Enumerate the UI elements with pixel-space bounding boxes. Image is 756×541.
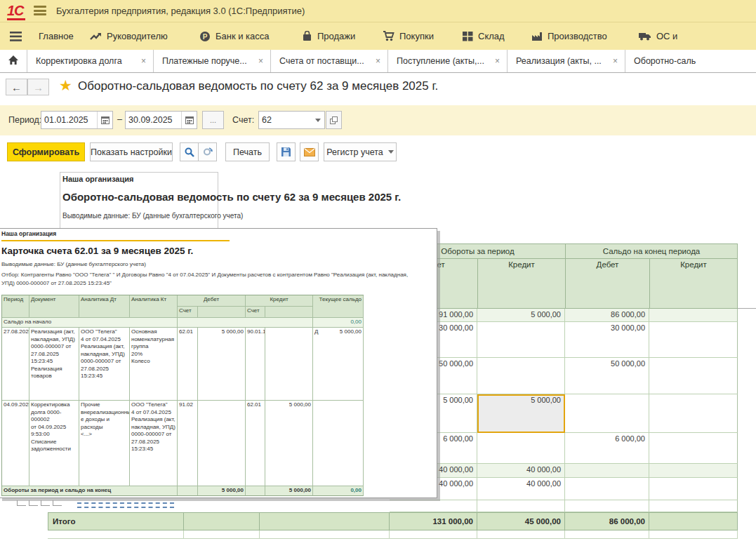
date-range-dash: – <box>117 114 122 124</box>
table-row[interactable]: 91 000,00 5 000,00 86 000,00 <box>390 309 738 322</box>
find-next-button[interactable] <box>198 142 217 161</box>
entry-debit-amount[interactable] <box>198 401 246 486</box>
tab-oborotno-saldovaya[interactable]: Оборотно-саль <box>625 50 756 72</box>
empty-row <box>48 530 738 539</box>
popup-organization: Наша организация <box>1 230 230 241</box>
account-card-popup[interactable]: Наша организация Карточка счета 62.01 за… <box>0 228 437 498</box>
opening-balance-label: Сальдо на начало <box>2 318 178 328</box>
close-icon[interactable]: × <box>613 56 618 66</box>
entry-analytics-dt[interactable]: ООО "Телега" 4 от 07.04.2025 Реализация … <box>79 328 130 401</box>
tab-platezhnye-porucheniya[interactable]: Платежные поруче... × <box>153 50 270 72</box>
total-row[interactable]: Итого 131 000,00 45 000,00 86 000,00 <box>48 512 738 530</box>
entry-period[interactable]: 27.08.2025 <box>2 328 29 401</box>
entry-credit-account[interactable]: 90.01.1 <box>246 328 265 401</box>
period-more-button[interactable]: ... <box>202 111 224 129</box>
report-title: Оборотно-сальдовая ведомость по счету 62… <box>62 191 401 203</box>
group-level-marker[interactable] <box>53 500 62 506</box>
search-refresh-icon <box>203 147 213 157</box>
menu-item-sklad[interactable]: Склад <box>463 22 505 50</box>
entry-debit-account[interactable]: 62.01 <box>178 328 198 401</box>
1c-logo: 1С <box>7 3 25 20</box>
grid-line <box>60 172 218 173</box>
email-button[interactable] <box>300 142 319 161</box>
group-level-marker[interactable] <box>41 500 50 506</box>
opening-balance-value: 0,00 <box>313 318 364 328</box>
forward-button[interactable]: → <box>27 79 49 95</box>
entry-balance[interactable] <box>313 401 364 486</box>
close-icon[interactable]: × <box>495 56 500 66</box>
account-open-button[interactable] <box>326 111 342 129</box>
table-row[interactable]: 40 000,00 40 000,00 <box>390 478 738 500</box>
account-label: Счет: <box>232 115 254 125</box>
find-button[interactable] <box>180 142 199 161</box>
obscured-document-link[interactable] <box>77 502 174 508</box>
total-closing-debit: 86 000,00 <box>565 512 649 530</box>
group-level-marker[interactable] <box>17 500 26 506</box>
total-turnover-debit: 131 000,00 <box>390 512 477 530</box>
entry-balance[interactable]: Д 5 000,00 <box>313 328 364 401</box>
entry-credit-account[interactable]: 62.01 <box>246 401 265 486</box>
grid-line <box>60 172 60 228</box>
total-label: Итого <box>48 512 184 530</box>
menu-item-proizvodstvo[interactable]: Производство <box>531 22 607 50</box>
forward-arrow-icon: → <box>33 81 44 93</box>
date-from-input[interactable] <box>41 112 97 128</box>
show-settings-button[interactable]: Показать настройки <box>90 142 173 161</box>
table-row[interactable]: 30 000,00 30 000,00 <box>390 322 738 358</box>
entry-document[interactable]: Реализация (акт, накладная, УПД) 0000-00… <box>29 328 79 401</box>
menu-item-pokupki[interactable]: Покупки <box>383 22 434 50</box>
entry-analytics-kt[interactable]: Основная номенклатурная группа 20% Колес… <box>130 328 178 401</box>
close-icon[interactable]: × <box>376 56 380 66</box>
entry-credit-amount[interactable] <box>265 328 313 401</box>
menu-item-bank-i-kassa[interactable]: Р Банк и касса <box>199 22 270 50</box>
tab-scheta-ot-postavshchikov[interactable]: Счета от поставщи... × <box>270 50 387 72</box>
register-menu-button[interactable]: Регистр учета <box>324 142 397 161</box>
close-icon[interactable]: × <box>258 56 263 66</box>
entry-document[interactable]: Корректировка долга 0000-000002 от 04.09… <box>29 401 79 486</box>
chevron-down-icon[interactable] <box>312 112 324 128</box>
tab-postuplenie-akty[interactable]: Поступление (акты,... × <box>387 50 507 72</box>
page-title: Оборотно-сальдовая ведомость по счету 62… <box>78 79 438 93</box>
total-turnover-credit: 45 000,00 <box>477 512 565 530</box>
generate-button[interactable]: Сформировать <box>7 142 85 161</box>
entry-period[interactable]: 04.09.2025 <box>2 401 29 486</box>
tab-realizatsiya-akty[interactable]: Реализация (акты, ... × <box>507 50 625 72</box>
entry-credit-amount[interactable]: 5 000,00 <box>265 401 313 486</box>
table-row[interactable]: 50 000,00 50 000,00 <box>390 358 738 394</box>
calendar-icon[interactable] <box>181 112 197 128</box>
print-button[interactable]: Печать <box>225 142 270 161</box>
table-row[interactable]: 6 000,00 6 000,00 <box>390 433 738 464</box>
report-data-note: Выводимые данные: БУ (данные бухгалтерск… <box>62 212 243 220</box>
entry-analytics-kt[interactable]: ООО "Телега" 4 от 07.04.2025 Реализация … <box>130 401 178 486</box>
menu-item-rukovoditelyu[interactable]: Руководителю <box>90 22 168 50</box>
table-row[interactable]: 40 000,00 40 000,00 <box>390 464 738 478</box>
menu-item-os[interactable]: ОС и <box>639 22 677 50</box>
account-input[interactable] <box>259 112 312 128</box>
entry-debit-account[interactable]: 91.02 <box>178 401 198 486</box>
entry-debit-amount[interactable]: 5 000,00 <box>198 328 246 401</box>
account-card-table: Период Документ Аналитика Дт Аналитика К… <box>1 295 364 496</box>
save-button[interactable] <box>277 142 296 161</box>
close-icon[interactable]: × <box>141 56 146 66</box>
back-button[interactable]: ← <box>6 79 27 95</box>
menu-item-glavnoe[interactable]: Главное <box>39 22 74 50</box>
list-icon <box>10 32 22 41</box>
calendar-icon[interactable] <box>97 112 112 128</box>
menu-item-prodazhi[interactable]: Продажи <box>302 22 355 50</box>
report-organization: Наша организация <box>62 175 133 183</box>
col-header-analytics-dt: Аналитика Дт <box>79 295 130 318</box>
date-to-input[interactable] <box>126 112 181 128</box>
sections-panel-icon[interactable] <box>10 22 22 50</box>
table-row[interactable]: 5 000,00 5 000,00 <box>390 394 738 433</box>
column-header-closing-credit: Кредит <box>649 258 738 309</box>
tab-korrektirovka-dolga[interactable]: Корректировка долга × <box>27 50 153 72</box>
period-label: Период: <box>8 115 41 125</box>
main-menu-icon[interactable] <box>34 6 46 15</box>
home-tab[interactable] <box>0 50 27 72</box>
selected-cell[interactable]: 5 000,00 <box>477 394 565 433</box>
favorite-star-icon[interactable]: ★ <box>59 77 72 94</box>
entry-analytics-dt[interactable]: Прочие внереализационны е доходы и расхо… <box>79 401 130 486</box>
filter-band: Период: – ... Счет: <box>0 105 756 135</box>
cart-icon <box>383 31 394 41</box>
group-level-marker[interactable] <box>29 500 38 506</box>
